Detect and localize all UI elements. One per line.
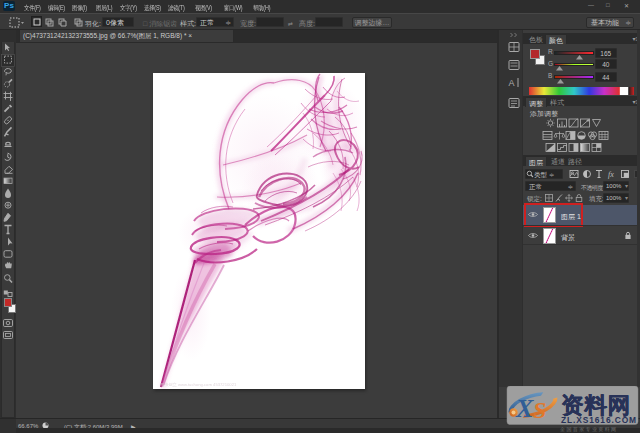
svg-text:fx: fx xyxy=(608,170,614,179)
svg-text:S: S xyxy=(533,397,546,423)
svg-text:ZL.XS1616.COM: ZL.XS1616.COM xyxy=(561,415,637,425)
svg-text:图虫创意 www.tuchong.com 4537210: 图虫创意 www.tuchong.com 4537210021 xyxy=(160,382,237,387)
svg-text:X: X xyxy=(515,394,534,423)
svg-text:全 国 首 家 专 业 资 料 网: 全 国 首 家 专 业 资 料 网 xyxy=(560,426,616,433)
svg-text:A: A xyxy=(509,78,515,88)
